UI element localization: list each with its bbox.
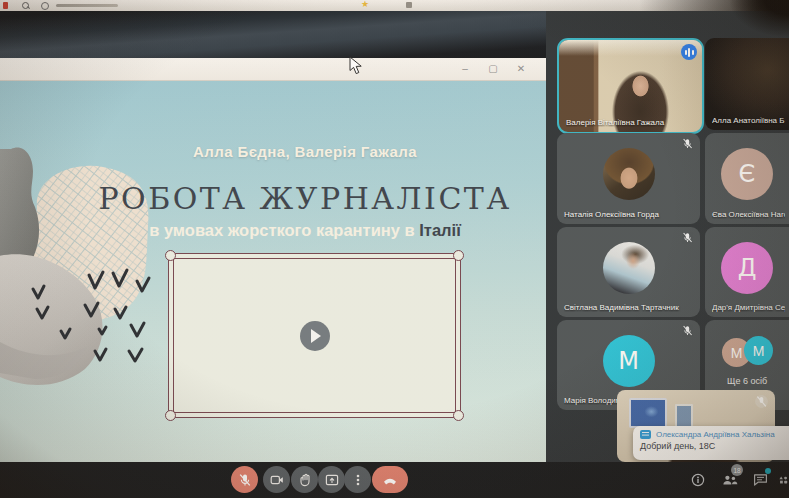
more-people-label: Ще 6 осіб xyxy=(705,376,789,386)
wall-picture xyxy=(629,398,667,428)
avatar: Д xyxy=(721,242,773,294)
avatar: Є xyxy=(721,148,773,200)
window-titlebar: – ▢ ✕ xyxy=(0,58,546,81)
maximize-button[interactable]: ▢ xyxy=(484,61,502,76)
reload-icon[interactable] xyxy=(41,2,49,10)
present-icon xyxy=(325,473,339,487)
subtitle-text: в умовах жорсткого карантину в xyxy=(149,221,419,239)
avatar-letter: М xyxy=(753,343,765,359)
mic-muted-icon xyxy=(682,232,693,243)
frame-corner-notch xyxy=(453,250,464,261)
extension-icon[interactable] xyxy=(406,2,412,8)
participant-name: Єва Олексіївна Нагор xyxy=(712,210,785,219)
audio-level-icon xyxy=(681,44,697,60)
subtitle-country: Італії xyxy=(419,221,461,239)
participant-tile-yeva[interactable]: Є Єва Олексіївна Нагор xyxy=(705,133,789,224)
browser-toolbar: ★ xyxy=(0,0,789,11)
slide-title: РОБОТА ЖУРНАЛІСТА xyxy=(30,181,546,216)
more-options-icon xyxy=(351,473,365,487)
avatar xyxy=(603,242,655,294)
statue-decoration xyxy=(0,121,165,421)
frame-corner-notch xyxy=(453,410,464,421)
close-button[interactable]: ✕ xyxy=(512,61,530,76)
bookmark-icon[interactable] xyxy=(3,2,8,9)
participant-name: Світлана Вадимівна Тартачник xyxy=(564,303,696,312)
info-button[interactable] xyxy=(688,470,708,490)
activities-button[interactable] xyxy=(778,470,789,490)
search-icon[interactable] xyxy=(22,2,29,9)
slide-authors: Алла Бєдна, Валерія Гажала xyxy=(55,143,546,160)
minimize-button[interactable]: – xyxy=(456,61,474,76)
camera-icon xyxy=(270,473,284,487)
participant-name: Валерія Віталіївна Гажала xyxy=(566,118,698,127)
unread-dot xyxy=(765,468,771,474)
participant-tile-svitlana[interactable]: Світлана Вадимівна Тартачник xyxy=(557,227,700,317)
mic-muted-icon xyxy=(755,395,768,408)
more-options-button[interactable] xyxy=(344,466,371,493)
wall-picture xyxy=(675,404,693,428)
chat-message: Добрий день, 18С xyxy=(640,441,789,451)
people-count-badge: 18 xyxy=(731,464,743,476)
chat-panel-icon xyxy=(753,473,768,487)
avatar xyxy=(603,148,655,200)
participant-name: Наталія Олексіївна Горда xyxy=(564,210,696,219)
more-people-avatars: М М xyxy=(722,336,778,366)
avatar-letter: Д xyxy=(738,254,757,282)
mic-muted-icon xyxy=(682,138,693,149)
play-icon xyxy=(311,329,321,343)
video-frame xyxy=(168,253,461,418)
avatar-letter: Є xyxy=(739,160,756,188)
participant-tile-valeria[interactable]: Валерія Віталіївна Гажала xyxy=(557,38,704,134)
participant-tile-alla[interactable]: Алла Анатоліївна Б xyxy=(705,38,789,130)
meeting-control-bar: 18 xyxy=(0,462,789,498)
slide-subtitle: в умовах жорсткого карантину в Італії xyxy=(55,221,546,240)
play-button[interactable] xyxy=(300,321,330,351)
info-icon xyxy=(691,473,705,487)
participant-tile-natalia[interactable]: Наталія Олексіївна Горда xyxy=(557,133,700,224)
hand-raise-button[interactable] xyxy=(291,466,318,493)
avatar-letter: М xyxy=(618,347,639,375)
chat-sender: Олександра Андріївна Хальзіна xyxy=(656,430,775,439)
mic-off-icon xyxy=(238,473,252,487)
hand-icon xyxy=(298,473,312,487)
chat-bubble-icon xyxy=(640,430,651,439)
end-call-icon xyxy=(382,473,398,487)
participant-name: Дар'я Дмитрівна Седо xyxy=(712,303,785,312)
frame-corner-notch xyxy=(165,410,176,421)
activities-icon xyxy=(778,473,789,487)
mouse-cursor xyxy=(349,56,363,75)
avatar-letter: М xyxy=(731,345,743,361)
avatar: М xyxy=(744,336,773,365)
present-button[interactable] xyxy=(318,466,345,493)
address-text xyxy=(56,4,118,7)
chat-panel-button[interactable] xyxy=(750,470,770,490)
camera-button[interactable] xyxy=(263,466,290,493)
mic-button[interactable] xyxy=(231,466,258,493)
frame-corner-notch xyxy=(165,250,176,261)
presentation-slide: Алла Бєдна, Валерія Гажала РОБОТА ЖУРНАЛ… xyxy=(0,81,546,462)
people-button[interactable]: 18 xyxy=(720,470,740,490)
mic-muted-icon xyxy=(682,325,693,336)
end-call-button[interactable] xyxy=(372,466,408,493)
avatar: М xyxy=(603,335,655,387)
participants-panel: Валерія Віталіївна Гажала Алла Анатоліїв… xyxy=(546,11,789,462)
participant-tile-darya[interactable]: Д Дар'я Дмитрівна Седо xyxy=(705,227,789,317)
chat-notification[interactable]: Олександра Андріївна Хальзіна Добрий ден… xyxy=(633,426,789,460)
star-icon[interactable]: ★ xyxy=(361,0,369,10)
participant-name: Алла Анатоліївна Б xyxy=(712,116,785,125)
